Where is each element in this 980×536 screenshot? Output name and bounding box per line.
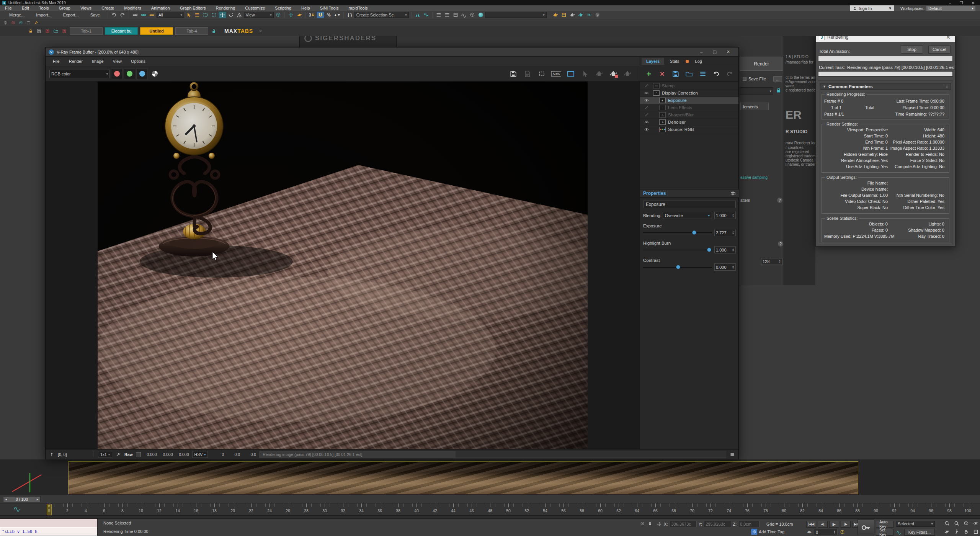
maximize-viewport-toggle-icon[interactable] xyxy=(971,528,980,536)
forensic-tool-icon[interactable] xyxy=(10,20,16,26)
contrast-slider[interactable] xyxy=(643,263,712,271)
spinner-snap-toggle-icon[interactable]: ▲▼ xyxy=(333,11,341,18)
render-production-icon[interactable] xyxy=(568,11,576,18)
layer-list-icon[interactable] xyxy=(699,69,707,78)
rendered-image[interactable] xyxy=(98,82,588,449)
time-configuration-icon[interactable] xyxy=(839,529,845,535)
align-icon[interactable] xyxy=(422,11,430,18)
layer-visible-eye-icon[interactable] xyxy=(642,127,651,132)
select-link-icon[interactable] xyxy=(131,11,139,18)
timeline-playhead[interactable]: 0 xyxy=(47,504,52,515)
selection-filter-dropdown[interactable]: All xyxy=(157,12,184,18)
pin-icon[interactable] xyxy=(49,451,55,458)
render-elements-tab-fragment[interactable]: lements xyxy=(740,103,769,110)
track-bar[interactable] xyxy=(0,515,980,518)
layer-name-field[interactable]: Exposure xyxy=(643,201,736,208)
menu-file[interactable]: File xyxy=(0,6,17,10)
select-and-rotate-icon[interactable] xyxy=(227,11,235,18)
use-pivot-point-icon[interactable] xyxy=(274,11,282,18)
red-channel-button[interactable] xyxy=(111,69,122,79)
key-filters-button[interactable]: Key Filters... xyxy=(904,529,935,536)
menu-customize[interactable]: Customize xyxy=(240,6,270,10)
exposure-spinner[interactable]: 2.727▲▼ xyxy=(714,229,736,236)
layers-undo-icon[interactable] xyxy=(712,69,720,78)
gear-icon[interactable] xyxy=(2,20,8,26)
maxtabs-close-icon[interactable]: × xyxy=(259,29,261,33)
layer-row-source-rgb[interactable]: Source: RGB xyxy=(640,126,738,133)
max-tab-1[interactable]: Tab-1 xyxy=(70,27,103,35)
prompt-macro-field[interactable] xyxy=(485,12,547,18)
layer-row-stamp[interactable]: ▭Stamp xyxy=(640,82,738,90)
tab-stats[interactable]: Stats xyxy=(665,58,684,65)
menu-rapidtools[interactable]: rapidTools xyxy=(343,6,372,10)
export-button[interactable]: Export... xyxy=(58,12,84,18)
named-selection-sets-dropdown[interactable]: Create Selection Se xyxy=(354,12,409,18)
key-selection-dropdown[interactable]: Selected xyxy=(896,521,935,527)
layer-row-denoiser[interactable]: ◑Denoiser xyxy=(640,119,738,126)
blending-dropdown[interactable]: Overwrite xyxy=(663,212,712,219)
menu-create[interactable]: Create xyxy=(96,6,119,10)
import-button[interactable]: Import... xyxy=(31,12,57,18)
track-ruler[interactable]: 0246810121416182022242628303234363840424… xyxy=(0,503,980,515)
maxscript-mini-listener[interactable]: "sLib v 1.50 h xyxy=(0,519,98,536)
select-by-name-icon[interactable] xyxy=(193,11,201,18)
layer-visible-eye-icon[interactable] xyxy=(642,91,651,95)
set-key-big-button[interactable] xyxy=(858,520,874,535)
render-setup-icon[interactable] xyxy=(552,11,559,18)
add-time-tag-label[interactable]: Add Time Tag xyxy=(759,529,784,534)
save-image-icon[interactable] xyxy=(509,69,518,78)
undo-icon[interactable] xyxy=(110,11,118,18)
minimize-button[interactable]: – xyxy=(949,1,951,5)
mirror-icon[interactable] xyxy=(414,11,421,18)
hsv-dropdown[interactable]: HSV▾ xyxy=(192,451,208,458)
key-filter-curve-icon[interactable] xyxy=(896,529,902,535)
vfb-menu-view[interactable]: View xyxy=(108,59,126,64)
add-layer-icon[interactable] xyxy=(645,69,653,78)
tab-layers[interactable]: Layers xyxy=(642,58,664,65)
vfb-menu-image[interactable]: Image xyxy=(88,59,108,64)
isolate-selection-icon[interactable] xyxy=(639,521,645,527)
save-file-browse-button[interactable]: ... xyxy=(773,76,782,82)
maxtabs-lock-icon[interactable] xyxy=(211,28,217,34)
go-to-start-icon[interactable]: |◀◀ xyxy=(806,521,816,528)
previous-frame-icon[interactable]: ◀| xyxy=(818,521,828,528)
play-icon[interactable]: ▶ xyxy=(829,521,839,528)
menu-views[interactable]: Views xyxy=(75,6,96,10)
menu-animation[interactable]: Animation xyxy=(146,6,175,10)
open-autodesk-app-icon[interactable] xyxy=(594,11,601,18)
x-coordinate-field[interactable]: 306.3673c xyxy=(669,521,697,527)
channel-dropdown[interactable]: RGB color xyxy=(49,70,110,78)
track-mouse-icon[interactable] xyxy=(580,69,590,78)
scene-viewport-strip[interactable] xyxy=(0,459,980,495)
save-file-checkbox[interactable] xyxy=(743,77,746,81)
green-channel-button[interactable] xyxy=(124,69,135,79)
layer-row-lens-effects[interactable]: ·Lens Effects xyxy=(640,104,738,111)
bind-to-space-warp-icon[interactable] xyxy=(148,11,156,18)
render-icon[interactable] xyxy=(623,69,632,78)
stop-button[interactable]: Stop xyxy=(901,45,923,54)
rectangular-selection-region-icon[interactable] xyxy=(202,11,209,18)
blue-channel-button[interactable] xyxy=(136,69,148,79)
common-parameters-rollout[interactable]: ▼ Common Parameters ⣿ xyxy=(820,83,951,90)
highlight-burn-spinner[interactable]: 1.000▲▼ xyxy=(714,246,736,253)
tab-lock-icon[interactable] xyxy=(28,28,34,34)
render-in-cloud-icon[interactable] xyxy=(585,11,593,18)
reference-coordinate-dropdown[interactable]: View xyxy=(244,12,274,18)
material-editor-icon[interactable] xyxy=(477,11,485,18)
contrast-spinner[interactable]: 0.000▲▼ xyxy=(714,263,736,271)
tab-case-icon[interactable] xyxy=(53,28,59,34)
prev-frame-icon[interactable]: ◂ xyxy=(3,497,9,501)
grid-tool-icon[interactable] xyxy=(25,20,31,26)
restore-button[interactable]: ❐ xyxy=(960,1,963,5)
snaps-toggle-3d-icon[interactable]: 3 xyxy=(308,11,316,18)
menu-modifiers[interactable]: Modifiers xyxy=(119,6,146,10)
layer-visible-eye-icon[interactable] xyxy=(642,98,651,103)
close-button[interactable]: ✕ xyxy=(972,1,975,5)
eyedropper-icon[interactable] xyxy=(115,451,121,458)
fit-frame-icon[interactable] xyxy=(566,69,575,78)
vfb-menu-file[interactable]: File xyxy=(49,59,64,64)
menu-rendering[interactable]: Rendering xyxy=(211,6,240,10)
z-coordinate-field[interactable]: 0.0cm xyxy=(738,521,760,527)
max-tab-2[interactable]: Elegant bu xyxy=(105,27,138,35)
menu-scripting[interactable]: Scripting xyxy=(270,6,296,10)
